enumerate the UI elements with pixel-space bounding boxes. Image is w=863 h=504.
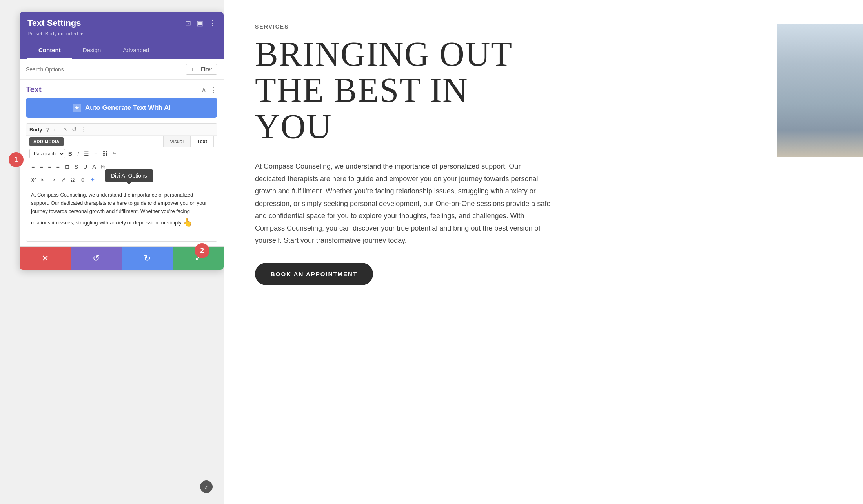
add-media-button[interactable]: ADD MEDIA bbox=[29, 137, 64, 146]
cta-button[interactable]: BOOK AN APPOINTMENT bbox=[255, 263, 373, 285]
ai-options-button[interactable]: ✦ bbox=[88, 175, 97, 184]
heading-line-3: YOU bbox=[255, 109, 832, 145]
panel-header-icons: ⊡ ▣ ⋮ bbox=[185, 19, 216, 27]
section-more-icon[interactable]: ⋮ bbox=[210, 86, 217, 94]
hero-image bbox=[777, 24, 863, 157]
main-content: SERVICES BRINGING OUT THE BEST IN YOU At… bbox=[224, 0, 863, 504]
more-icon[interactable]: ⋮ bbox=[209, 19, 216, 27]
bold-button[interactable]: B bbox=[66, 149, 74, 158]
special-char-button[interactable]: Ω bbox=[69, 175, 76, 184]
services-label: SERVICES bbox=[255, 24, 832, 30]
emoji-button[interactable]: ☺ bbox=[78, 175, 87, 184]
tab-content[interactable]: Content bbox=[27, 42, 72, 59]
undo-icon[interactable]: ↺ bbox=[72, 126, 77, 133]
heading-line-2: THE BEST IN bbox=[255, 72, 832, 108]
heading-line-1: BRINGING OUT bbox=[255, 36, 832, 72]
meta-more-icon[interactable]: ⋮ bbox=[81, 126, 87, 133]
undo-button[interactable]: ↺ bbox=[71, 247, 122, 270]
indent-more-button[interactable]: ⇥ bbox=[49, 175, 58, 184]
paragraph-select[interactable]: Paragraph Heading 1 Heading 2 bbox=[29, 149, 65, 158]
cursor-icon[interactable]: ↖ bbox=[63, 126, 68, 133]
section-actions: ∧ ⋮ bbox=[201, 86, 217, 94]
ai-options-tooltip: Divi AI Options bbox=[105, 169, 153, 182]
preset-arrow[interactable]: ▼ bbox=[80, 31, 84, 36]
editor-meta-bar: Body ? ▭ ↖ ↺ ⋮ bbox=[26, 124, 217, 136]
cancel-button[interactable]: ✕ bbox=[20, 247, 71, 270]
editor-tab-group: Visual Text bbox=[163, 136, 214, 147]
align-center-button[interactable]: ≡ bbox=[38, 162, 45, 171]
section-body: Text ∧ ⋮ ✦ Auto Generate Text With AI Bo… bbox=[20, 80, 224, 246]
underline-button[interactable]: U bbox=[81, 162, 89, 171]
toolbar-row-1: Paragraph Heading 1 Heading 2 B I ☰ ≡ ⛓ … bbox=[26, 147, 217, 160]
panel-footer: ✕ ↺ ↻ ✓ bbox=[20, 246, 224, 270]
superscript-button[interactable]: x² bbox=[29, 175, 38, 184]
layout-icon[interactable]: ▣ bbox=[197, 19, 203, 27]
filter-plus: + bbox=[191, 66, 194, 72]
help-icon[interactable]: ? bbox=[46, 126, 49, 133]
fullscreen-button[interactable]: ⤢ bbox=[59, 175, 67, 184]
strikethrough-button[interactable]: S bbox=[73, 162, 80, 171]
settings-panel: Text Settings ⊡ ▣ ⋮ Preset: Body importe… bbox=[20, 12, 224, 270]
font-color-button[interactable]: A bbox=[90, 162, 98, 171]
tab-design[interactable]: Design bbox=[72, 42, 112, 59]
body-style-label: Body bbox=[29, 127, 42, 133]
quote-button[interactable]: ❝ bbox=[111, 149, 118, 158]
editor-area: Body ? ▭ ↖ ↺ ⋮ ADD MEDIA Visual Text bbox=[26, 123, 217, 242]
align-right-button[interactable]: ≡ bbox=[46, 162, 53, 171]
align-justify-button[interactable]: ≡ bbox=[55, 162, 62, 171]
editor-tab-text[interactable]: Text bbox=[190, 136, 214, 147]
filter-button[interactable]: + + Filter bbox=[186, 64, 217, 75]
table-button[interactable]: ⊞ bbox=[63, 162, 71, 171]
preset-label: Preset: Body imported ▼ bbox=[27, 31, 216, 36]
ai-generate-button[interactable]: ✦ Auto Generate Text With AI bbox=[26, 98, 217, 118]
redo-button[interactable]: ↻ bbox=[122, 247, 173, 270]
align-left-button[interactable]: ≡ bbox=[29, 162, 36, 171]
step-2-circle: 2 bbox=[195, 243, 209, 258]
tab-advanced[interactable]: Advanced bbox=[112, 42, 160, 59]
main-heading: BRINGING OUT THE BEST IN YOU bbox=[255, 36, 832, 145]
body-text: At Compass Counseling, we understand the… bbox=[255, 160, 553, 247]
panel-title: Text Settings bbox=[27, 18, 81, 28]
resize-handle[interactable]: ↙ bbox=[200, 480, 213, 493]
ai-icon: ✦ bbox=[73, 104, 81, 112]
search-input[interactable] bbox=[26, 66, 182, 73]
panel-header-top: Text Settings ⊡ ▣ ⋮ bbox=[27, 18, 216, 28]
link-button[interactable]: ⛓ bbox=[100, 149, 110, 158]
section-title: Text bbox=[26, 85, 42, 94]
focus-icon[interactable]: ⊡ bbox=[185, 19, 191, 27]
search-row: + + Filter bbox=[20, 59, 224, 80]
unordered-list-button[interactable]: ☰ bbox=[82, 149, 91, 158]
panel-header: Text Settings ⊡ ▣ ⋮ Preset: Body importe… bbox=[20, 12, 224, 59]
indent-less-button[interactable]: ⇤ bbox=[39, 175, 48, 184]
ordered-list-button[interactable]: ≡ bbox=[92, 149, 99, 158]
hero-image-inner bbox=[777, 24, 863, 157]
toolbar-row-3: x² ⇤ ⇥ ⤢ Ω ☺ ✦ Divi AI Options ↔ bbox=[26, 173, 217, 186]
cursor-pointer: 👆 bbox=[183, 216, 193, 229]
step-1-circle: 1 bbox=[9, 152, 24, 167]
collapse-icon[interactable]: ∧ bbox=[201, 86, 206, 94]
device-icon[interactable]: ▭ bbox=[53, 126, 59, 133]
section-header: Text ∧ ⋮ bbox=[26, 80, 217, 98]
editor-content[interactable]: At Compass Counseling, we understand the… bbox=[26, 186, 217, 241]
editor-tabs-row: ADD MEDIA Visual Text bbox=[26, 136, 217, 147]
panel-tabs: Content Design Advanced bbox=[27, 42, 216, 59]
editor-tab-visual[interactable]: Visual bbox=[163, 136, 190, 147]
italic-button[interactable]: I bbox=[75, 149, 81, 158]
